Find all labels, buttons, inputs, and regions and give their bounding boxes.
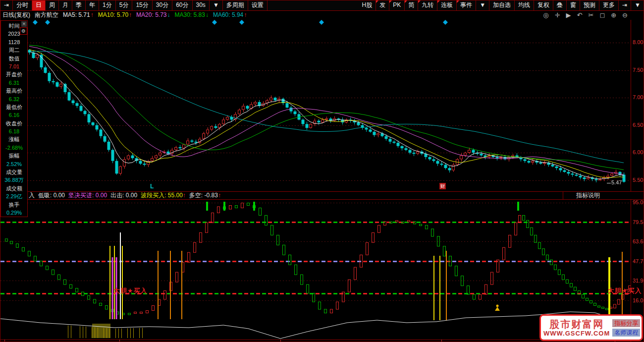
toolbar-button[interactable]: 更多 bbox=[599, 0, 619, 10]
stock-name: 南方航空 bbox=[35, 11, 58, 20]
chart-tool-icon[interactable]: ▶ bbox=[566, 11, 571, 20]
indicator-field-chuji: 出击: 0.00 bbox=[110, 192, 137, 199]
period-tab[interactable]: 日 bbox=[32, 0, 46, 10]
info-row: 6.18 bbox=[1, 127, 27, 135]
chart-tool-icon[interactable]: ↶ bbox=[577, 11, 583, 20]
period-tab[interactable]: 月 bbox=[59, 0, 72, 10]
last-price-label: 5.47 bbox=[607, 179, 622, 185]
watermark: 股市财富网 WWW.GSCFW.COM 指标分享 名师课程 bbox=[539, 314, 643, 341]
watermark-site-url: WWW.GSCFW.COM bbox=[543, 330, 610, 337]
info-row: 换手 bbox=[1, 201, 27, 209]
toolbar-button[interactable]: H股 bbox=[358, 0, 376, 10]
period-tab[interactable]: 30s bbox=[193, 0, 210, 10]
period-tab[interactable]: 季 bbox=[72, 0, 86, 10]
toolbar-button[interactable]: PK bbox=[389, 0, 405, 10]
info-row: 成交额 bbox=[1, 184, 27, 192]
info-row: -2.68% bbox=[1, 144, 27, 152]
info-row: 7.01 bbox=[1, 62, 27, 70]
toolbar-button[interactable]: 发 bbox=[376, 0, 389, 10]
indicator-axis-label: 95.00 bbox=[633, 199, 644, 205]
period-toolbar-left: ⇥ 分时日周月季年1分5分15分30分60分30s ▼ 多周期设置 bbox=[0, 0, 268, 10]
buy-signal-text: 大胆★买入 bbox=[113, 286, 148, 295]
toolbar-button[interactable]: 复权 bbox=[534, 0, 553, 10]
cai-badge: 财 bbox=[439, 183, 446, 189]
ma20-value: MA20: 5.73↓ bbox=[136, 11, 170, 20]
period-tab[interactable]: 60分 bbox=[172, 0, 192, 10]
gear-icon[interactable]: ⚙ bbox=[20, 27, 27, 35]
chart-tool-icon[interactable]: ⊖ bbox=[622, 11, 628, 20]
toolbar-button[interactable]: 设置 bbox=[248, 0, 268, 10]
info-row: 振幅 bbox=[1, 152, 27, 160]
ma10-value: MA10: 5.70↑ bbox=[98, 11, 132, 20]
period-tab[interactable]: 分时 bbox=[13, 0, 32, 10]
watermark-site-name: 股市财富网 bbox=[543, 319, 610, 330]
ma60-value: MA60: 5.94↑ bbox=[213, 11, 247, 20]
period-toolbar-right: H股发PK简九转连板事件▼加自选均线复权叠窗预测更多⇥▼ bbox=[358, 0, 644, 10]
toolbar-button[interactable]: 事件 bbox=[457, 0, 476, 10]
indicator-field-dixi: 低吸: 0.00 bbox=[38, 192, 65, 199]
indicator-axis-label: 47.70 bbox=[633, 258, 644, 264]
chart-header: 日线(复权) 南方航空 MA5: 5.71↑ MA10: 5.70↑ MA20:… bbox=[0, 11, 644, 20]
toolbar-button[interactable]: ▼ bbox=[631, 0, 644, 10]
chart-tool-icon[interactable]: ✂ bbox=[588, 11, 593, 20]
watermark-badge-share: 指标分享 bbox=[612, 319, 640, 327]
period-tab[interactable]: 30分 bbox=[153, 0, 172, 10]
toolbar-button[interactable]: 连板 bbox=[437, 0, 457, 10]
info-row: 最低价 bbox=[1, 103, 27, 111]
indicator-help-button[interactable]: 指标说明 bbox=[563, 192, 613, 199]
info-row: 成交量 bbox=[1, 168, 27, 176]
price-axis-label: 6.50 bbox=[633, 122, 643, 128]
info-row: 最高价 bbox=[1, 87, 27, 95]
indicator-header: 入 低吸: 0.00 坚决买进: 0.00 出击: 0.00 波段买入: 55.… bbox=[0, 191, 644, 200]
price-axis-label: 7.00 bbox=[633, 94, 643, 100]
ma30-value: MA30: 5.83↓ bbox=[175, 11, 209, 20]
indicator-chart[interactable] bbox=[0, 199, 631, 342]
info-row: 36.88万 bbox=[1, 176, 27, 184]
close-icon[interactable]: × bbox=[21, 21, 27, 27]
info-row: 0.29% bbox=[1, 209, 27, 217]
watermark-badges: 指标分享 名师课程 bbox=[612, 319, 640, 337]
toolbar-button[interactable]: ▼ bbox=[476, 0, 489, 10]
period-tab[interactable]: 5分 bbox=[116, 0, 133, 10]
collapse-panel-icon[interactable]: ⇥ bbox=[0, 0, 13, 10]
chart-tool-icon[interactable]: ⊕ bbox=[611, 11, 616, 20]
info-row: 涨幅 bbox=[1, 135, 27, 143]
toolbar-button[interactable]: 叠 bbox=[553, 0, 567, 10]
chart-tool-icon[interactable]: ◎ bbox=[543, 11, 548, 20]
quote-info-panel: × ⚙ 时间20231128周二数值7.01开盘价6.31最高价6.32最低价6… bbox=[0, 20, 28, 217]
toolbar-button[interactable]: ⇥ bbox=[619, 0, 631, 10]
period-dropdown-caret-icon[interactable]: ▼ bbox=[210, 0, 223, 10]
chart-tool-icon[interactable]: ✛ bbox=[555, 11, 560, 20]
chart-tool-icon[interactable]: ◻ bbox=[599, 11, 605, 20]
period-tab[interactable]: 周 bbox=[46, 0, 59, 10]
toolbar-button[interactable]: 多周期 bbox=[223, 0, 248, 10]
toolbar-button[interactable]: 加自选 bbox=[489, 0, 515, 10]
period-tab[interactable]: 年 bbox=[86, 0, 99, 10]
info-row: 收盘价 bbox=[1, 119, 27, 127]
price-axis-label: 5.50 bbox=[633, 177, 643, 183]
ma5-value: MA5: 5.71↑ bbox=[63, 11, 94, 20]
candlestick-chart[interactable] bbox=[0, 20, 631, 191]
period-label: 日线(复权) bbox=[2, 11, 30, 20]
watermark-badge-course: 名师课程 bbox=[612, 329, 640, 337]
info-row: 6.31 bbox=[1, 79, 27, 87]
buy-signal-text: 大胆★买入 bbox=[608, 286, 642, 295]
info-row: 1128 bbox=[1, 38, 27, 46]
period-tab[interactable]: 1分 bbox=[99, 0, 116, 10]
info-row: 周二 bbox=[1, 46, 27, 54]
info-row: 6.16 bbox=[1, 111, 27, 119]
toolbar-button[interactable]: 窗 bbox=[567, 0, 580, 10]
price-pointer-dash bbox=[607, 183, 611, 183]
watermark-site: 股市财富网 WWW.GSCFW.COM bbox=[543, 319, 610, 337]
toolbar-button[interactable]: 简 bbox=[405, 0, 418, 10]
indicator-axis-label: 31.90 bbox=[633, 278, 644, 284]
toolbar-button[interactable]: 均线 bbox=[515, 0, 534, 10]
price-axis-label: 7.50 bbox=[633, 67, 643, 73]
period-tab[interactable]: 15分 bbox=[132, 0, 152, 10]
info-row: 2.29亿 bbox=[1, 192, 27, 200]
chart-header-left: 日线(复权) 南方航空 MA5: 5.71↑ MA10: 5.70↑ MA20:… bbox=[0, 11, 247, 20]
info-row: 开盘价 bbox=[1, 70, 27, 78]
indicator-field-boduanmairu: 波段买入: 55.00↑ bbox=[141, 192, 186, 199]
toolbar-button[interactable]: 预测 bbox=[580, 0, 599, 10]
toolbar-button[interactable]: 九转 bbox=[418, 0, 437, 10]
